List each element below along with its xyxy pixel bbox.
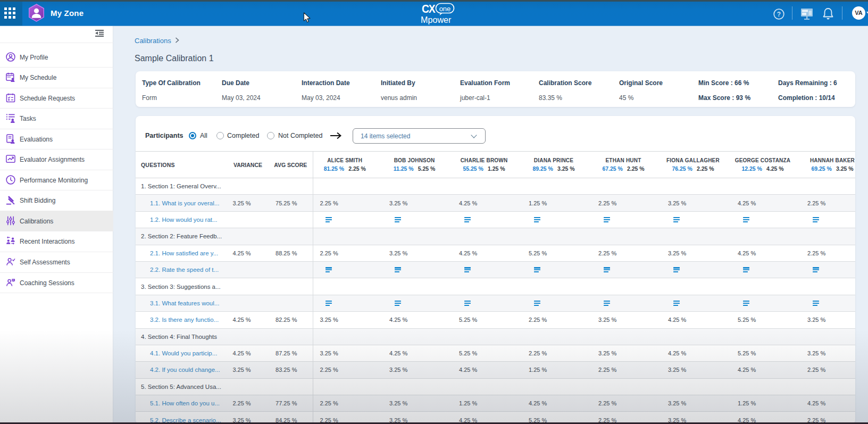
svg-text:?: ? — [777, 11, 781, 18]
svg-text:one: one — [439, 5, 451, 13]
